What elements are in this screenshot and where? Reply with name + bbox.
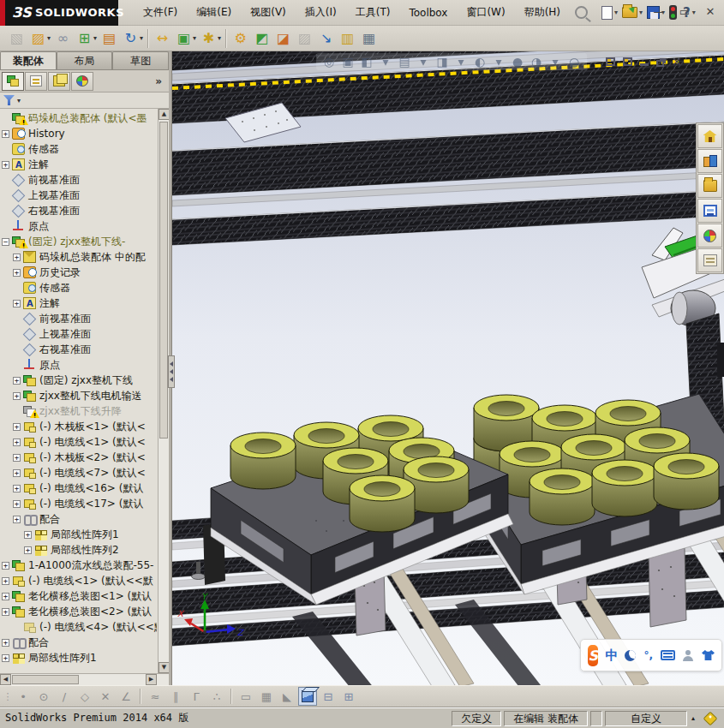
menu-item[interactable]: 帮助(H): [515, 3, 570, 22]
3d-scene[interactable]: Y X Z: [172, 51, 724, 685]
expander-toggle[interactable]: +: [13, 485, 21, 492]
dropdown-caret-icon[interactable]: ▾: [218, 34, 221, 42]
tree-item[interactable]: + 局部线性阵列1: [0, 527, 157, 542]
dropdown-caret-icon[interactable]: ▾: [47, 34, 51, 42]
line-icon[interactable]: /: [55, 687, 74, 706]
menu-item[interactable]: 编辑(E): [187, 3, 241, 22]
sogou-logo-icon[interactable]: S: [588, 645, 598, 666]
expander-toggle[interactable]: +: [24, 546, 32, 554]
maximize-button[interactable]: ▭: [678, 5, 691, 19]
overflow-chevron-icon[interactable]: »: [155, 75, 162, 87]
display-style-icon[interactable]: ◨: [434, 55, 450, 69]
next-window-icon[interactable]: [623, 57, 632, 66]
show-hidden-components-icon[interactable]: ◩: [250, 27, 273, 50]
edit-appearance-icon[interactable]: ●: [510, 55, 525, 69]
open-document-icon[interactable]: [622, 7, 637, 18]
expander-toggle[interactable]: +: [2, 654, 9, 662]
tree-item[interactable]: + 配合: [0, 635, 157, 650]
hide-show-items-icon[interactable]: ◐: [472, 55, 488, 69]
filter-caret-icon[interactable]: ▾: [17, 97, 21, 104]
overhead-rails[interactable]: [172, 51, 724, 245]
tree-item[interactable]: + 注解: [0, 295, 157, 311]
dropdown-caret-icon[interactable]: ▾: [614, 9, 618, 16]
grid-icon[interactable]: ▦: [257, 687, 276, 706]
tree-item[interactable]: + 老化横移总装图<1> (默认: [0, 588, 157, 604]
child-restore-icon[interactable]: [656, 60, 664, 67]
tree-horizontal-scrollbar[interactable]: ◀ ▶: [0, 673, 169, 685]
language-mode-icon[interactable]: 中: [605, 647, 618, 664]
scrollbar-thumb[interactable]: [159, 122, 168, 439]
apply-scene-icon[interactable]: ◑: [529, 55, 544, 69]
new-document-icon[interactable]: [601, 6, 613, 20]
tree-item[interactable]: 传感器: [0, 280, 157, 295]
separator[interactable]: [147, 29, 149, 48]
tree-item[interactable]: 右视基准面: [0, 342, 157, 357]
tree-item[interactable]: + 配合: [0, 511, 157, 527]
menu-item[interactable]: 窗口(W): [457, 3, 514, 22]
viewport-grid-icon[interactable]: ⊞: [339, 687, 358, 706]
filter-funnel-icon[interactable]: [3, 95, 15, 105]
menu-item[interactable]: 视图(V): [241, 3, 296, 22]
expander-toggle[interactable]: +: [2, 639, 9, 647]
rectangle-icon[interactable]: ▭: [236, 687, 255, 706]
minimize-button[interactable]: —: [652, 5, 666, 19]
shaded-view-cube-button[interactable]: [298, 687, 317, 706]
assembly-features-icon[interactable]: ✱: [197, 27, 220, 50]
tree-item[interactable]: + (-) 电缆线<1> (默认<<默: [0, 573, 157, 588]
tree-item[interactable]: + (固定) zjxx整机下线: [0, 373, 157, 388]
view-orientation-icon[interactable]: ▤: [397, 55, 412, 69]
exploded-view-icon[interactable]: ⚙: [229, 27, 252, 50]
tag-icon[interactable]: [703, 711, 718, 725]
custom-status[interactable]: 自定义: [605, 711, 687, 726]
tree-item[interactable]: + (-) 电缆线<16> (默认: [0, 480, 157, 496]
linear-component-pattern-icon[interactable]: ⊞: [73, 27, 96, 50]
expander-toggle[interactable]: +: [2, 608, 9, 616]
open-folder-icon[interactable]: ▨: [27, 27, 50, 50]
expander-toggle[interactable]: +: [13, 454, 21, 462]
expander-toggle[interactable]: +: [13, 392, 21, 400]
scrollbar-thumb[interactable]: [12, 675, 79, 684]
tree-item[interactable]: 上视基准面: [0, 326, 157, 342]
tree-item[interactable]: + 局部线性阵列2: [0, 542, 157, 558]
panel-collapse-handle[interactable]: [168, 355, 175, 388]
menu-item[interactable]: 工具(T): [346, 3, 400, 22]
tree-item[interactable]: + 注解: [0, 157, 157, 172]
separator[interactable]: [140, 689, 141, 704]
large-design-review-icon[interactable]: ↘: [314, 27, 338, 50]
account-icon[interactable]: [683, 650, 694, 661]
instant3d-icon[interactable]: ▨: [293, 27, 316, 50]
punctuation-icon[interactable]: °,: [643, 649, 653, 661]
menu-item[interactable]: 文件(F): [134, 3, 187, 22]
sketch-pattern-icon[interactable]: ∴: [207, 687, 226, 706]
separator[interactable]: [225, 29, 227, 48]
expander-toggle[interactable]: +: [13, 500, 21, 508]
tree-item[interactable]: − (固定) zjxx整机下线-: [0, 234, 157, 249]
expander-toggle[interactable]: +: [13, 377, 21, 385]
tree-item[interactable]: + zjxx整机下线电机输送: [0, 388, 157, 403]
tree-item[interactable]: + 历史记录: [0, 265, 157, 280]
tree-item[interactable]: 前视基准面: [0, 172, 157, 188]
spline-icon[interactable]: ≈: [146, 687, 165, 706]
tree-item[interactable]: zjxx整机下线升降: [0, 403, 157, 419]
soft-keyboard-icon[interactable]: [661, 650, 675, 660]
panel-tab[interactable]: 布局: [57, 51, 113, 69]
polygon-icon[interactable]: ◇: [75, 687, 94, 706]
panel-tab[interactable]: 装配体: [0, 51, 57, 69]
expander-toggle[interactable]: +: [13, 439, 21, 446]
status-caret-icon[interactable]: ▴: [691, 714, 695, 722]
tree-item[interactable]: + (-) 木栈板<1> (默认<: [0, 419, 157, 434]
caret-icon[interactable]: ▾: [453, 55, 469, 69]
tree-item[interactable]: + 局部线性阵列1: [0, 650, 157, 665]
expander-toggle[interactable]: +: [13, 423, 21, 431]
view-settings-icon[interactable]: ◒: [566, 55, 582, 69]
tree-item[interactable]: + (-) 电缆线<1> (默认<: [0, 434, 157, 450]
tree-item[interactable]: 原点: [0, 218, 157, 234]
expander-toggle[interactable]: −: [2, 238, 9, 246]
dropdown-caret-icon[interactable]: ▾: [193, 34, 196, 42]
menu-item[interactable]: 插入(I): [296, 3, 346, 22]
tree-item[interactable]: + (-) 木栈板<2> (默认<: [0, 450, 157, 465]
move-component-icon[interactable]: ↔: [151, 27, 174, 50]
expander-toggle[interactable]: +: [13, 254, 21, 261]
take-snapshot-icon[interactable]: ▦: [357, 27, 380, 50]
dropdown-caret-icon[interactable]: ▾: [639, 9, 643, 16]
